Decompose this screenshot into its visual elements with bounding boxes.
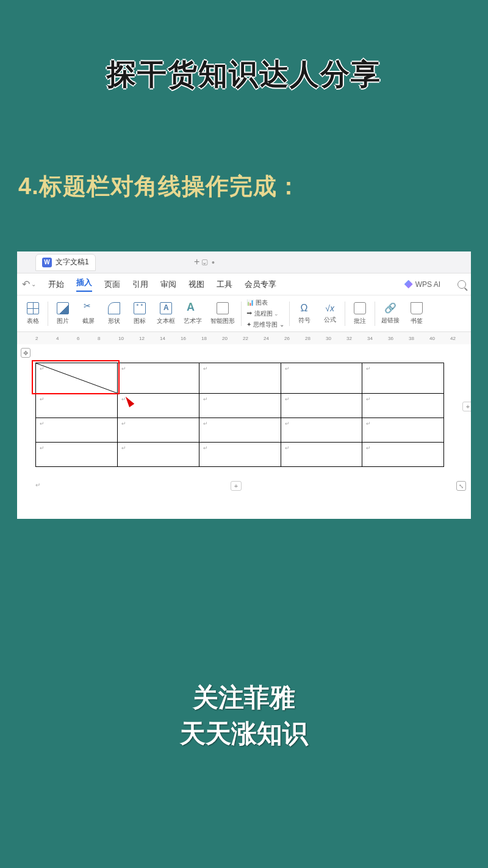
ai-icon (404, 280, 413, 289)
table-cell[interactable]: ↵ (281, 363, 362, 394)
textbox-icon (160, 302, 172, 314)
bookmark-icon (411, 302, 423, 314)
ribbon-symbol[interactable]: Ω符号 (292, 303, 317, 325)
menu-home[interactable]: 开始 (48, 279, 64, 290)
table-row: ↵ ↵ ↵ ↵ ↵ (36, 363, 444, 394)
screenshot-icon (82, 302, 95, 314)
ribbon-bookmark[interactable]: 书签 (404, 302, 429, 325)
ribbon-flowchart[interactable]: ⮕ 流程图 ⌄ (246, 309, 284, 318)
menu-insert[interactable]: 插入 (76, 277, 92, 292)
menu-review[interactable]: 审阅 (160, 279, 176, 290)
ribbon-chart[interactable]: 📊 图表 (246, 298, 284, 307)
svg-line-0 (36, 363, 117, 393)
table-cell[interactable]: ↵ (199, 418, 281, 443)
table-cell[interactable]: ↵ (36, 418, 118, 443)
ribbon-formula[interactable]: √x公式 (318, 303, 342, 324)
paragraph-mark: ↵ (35, 482, 40, 488)
shape-icon (108, 302, 120, 314)
ribbon-comment[interactable]: 批注 (348, 302, 372, 325)
word-table[interactable]: ↵ ↵ ↵ ↵ ↵ ↵ ↵ ↵ ↵ ↵ ↵ ↵ ↵ ↵ ↵ (35, 363, 444, 467)
menu-bar: ↶ ⌄ 开始 插入 页面 引用 审阅 视图 工具 会员专享 WPS AI (17, 273, 471, 295)
table-cell[interactable]: ↵ (199, 394, 281, 418)
search-icon[interactable] (458, 280, 466, 289)
table-cell[interactable]: ↵ (118, 443, 199, 467)
table-cell[interactable]: ↵ (199, 443, 281, 467)
ribbon-separator (289, 302, 290, 326)
table-cell[interactable]: ↵ (362, 394, 444, 418)
table-cell[interactable]: ↵ (281, 394, 362, 418)
ribbon-image[interactable]: 图片 (51, 302, 75, 325)
document-tab-bar: W 文字文稿1 ▢ • + ⌄ (17, 251, 471, 273)
ribbon-textbox[interactable]: 文本框 (153, 302, 179, 325)
ribbon-screenshot[interactable]: 截屏 (76, 302, 101, 325)
formula-icon: √x (325, 303, 334, 313)
table-row: ↵ ↵ ↵ ↵ ↵ (36, 443, 444, 467)
wps-ai-label: WPS AI (415, 280, 440, 289)
table-cell[interactable]: ↵ (281, 443, 362, 467)
menu-page[interactable]: 页面 (104, 279, 120, 290)
menu-view[interactable]: 视图 (188, 279, 204, 290)
wordart-icon (187, 302, 199, 314)
table-cell-diagonal[interactable]: ↵ (36, 363, 118, 394)
ribbon-separator (345, 302, 345, 326)
new-tab-button[interactable]: + ⌄ (194, 256, 207, 267)
iconset-icon (134, 302, 146, 314)
wps-app-window: W 文字文稿1 ▢ • + ⌄ ↶ ⌄ 开始 插入 页面 引用 审阅 视图 工具… (17, 251, 471, 519)
table-cell[interactable]: ↵ (36, 443, 118, 467)
footer-line1: 关注菲雅 (0, 680, 488, 716)
insert-col-button[interactable]: + (231, 481, 242, 491)
document-canvas[interactable]: ✥ ↵ ↵ ↵ ↵ ↵ ↵ ↵ ↵ ↵ ↵ ↵ ↵ (17, 344, 471, 519)
table-icon (27, 302, 39, 314)
comment-icon (354, 302, 366, 314)
menu-tools[interactable]: 工具 (217, 279, 232, 290)
footer-line2: 天天涨知识 (0, 716, 488, 752)
ribbon-shape[interactable]: 形状 (102, 302, 126, 325)
footer-text: 关注菲雅 天天涨知识 (0, 680, 488, 752)
ribbon-separator (48, 302, 48, 326)
table-row: ↵ ↵ ↵ ↵ ↵ (36, 394, 444, 418)
undo-button[interactable]: ↶ ⌄ (22, 278, 36, 290)
ribbon-mindmap[interactable]: ✦ 思维导图 ⌄ (246, 320, 284, 329)
horizontal-ruler: 24681012141618202224262830323436384042 (17, 332, 471, 344)
table-cell[interactable]: ↵ (362, 443, 444, 467)
menu-reference[interactable]: 引用 (132, 279, 148, 290)
insert-row-button[interactable]: + (462, 402, 471, 411)
table-cell[interactable]: ↵ (118, 363, 199, 394)
ribbon-toolbar: 表格 图片 截屏 形状 图标 文本框 艺术字 智能图形 📊 图表 ⮕ 流程图 ⌄… (17, 295, 471, 332)
image-icon (57, 302, 69, 314)
word-doc-icon: W (42, 258, 52, 267)
wps-ai-button[interactable]: WPS AI (404, 280, 440, 289)
chart-icon: 📊 (246, 299, 254, 306)
link-icon: 🔗 (384, 302, 396, 314)
table-cell[interactable]: ↵ (118, 418, 199, 443)
smartart-icon (217, 302, 229, 314)
symbol-icon: Ω (301, 303, 308, 314)
ribbon-table[interactable]: 表格 (21, 302, 45, 325)
table-cell[interactable]: ↵ (362, 363, 444, 394)
plus-icon: + (194, 256, 199, 267)
chevron-down-icon: ⌄ (202, 259, 207, 266)
flowchart-icon: ⮕ (246, 310, 253, 317)
menu-member[interactable]: 会员专享 (245, 279, 276, 290)
table-cell[interactable]: ↵ (36, 394, 118, 418)
document-name: 文字文稿1 (56, 257, 89, 267)
table-cell[interactable]: ↵ (281, 418, 362, 443)
ribbon-hyperlink[interactable]: 🔗超链接 (378, 302, 403, 325)
document-tab[interactable]: W 文字文稿1 (35, 254, 96, 271)
tab-more-icon[interactable]: • (212, 258, 215, 267)
table-cell[interactable]: ↵ (199, 363, 281, 394)
table-cell[interactable]: ↵ (362, 418, 444, 443)
ribbon-separator (241, 302, 242, 326)
table-row: ↵ ↵ ↵ ↵ ↵ (36, 418, 444, 443)
ribbon-separator (375, 302, 375, 326)
page-top-title: 探干货知识达人分享 (0, 55, 488, 94)
table-resize-handle[interactable]: ⤡ (456, 481, 466, 491)
ribbon-smartart[interactable]: 智能图形 (207, 302, 239, 325)
step-title: 4.标题栏对角线操作完成： (18, 171, 301, 202)
ribbon-wordart[interactable]: 艺术字 (180, 302, 206, 325)
mindmap-icon: ✦ (246, 321, 251, 328)
ribbon-icon[interactable]: 图标 (127, 302, 152, 325)
table-move-handle[interactable]: ✥ (21, 348, 30, 358)
